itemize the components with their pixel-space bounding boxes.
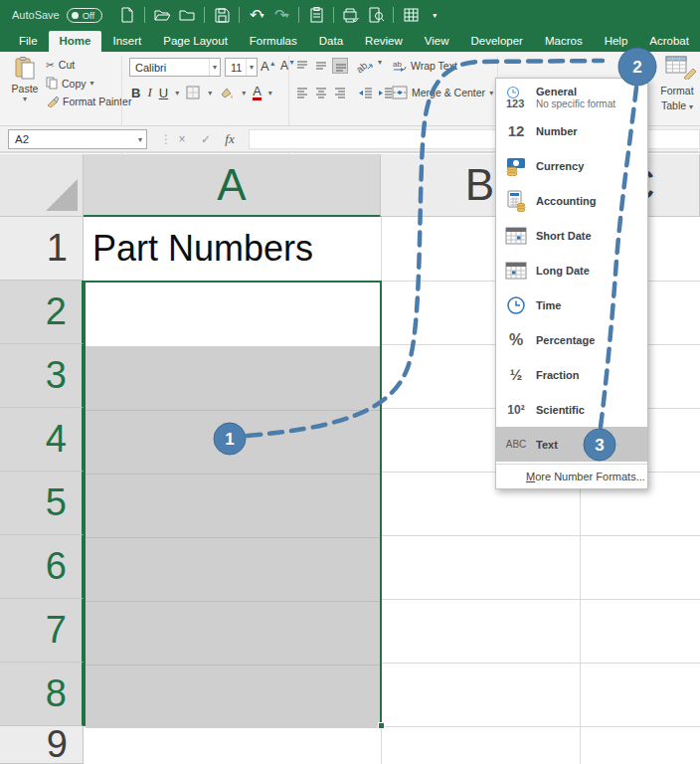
row-header-8[interactable]: 8 [0,663,84,726]
menu-item-short-date[interactable]: Short Date [496,218,647,253]
fill-color-caret-icon[interactable]: ▾ [242,89,246,97]
tab-acrobat[interactable]: Acrobat [638,31,700,52]
font-color-caret-icon[interactable]: ▾ [268,89,272,97]
autosave-state: Off [83,10,95,21]
merge-center-button[interactable]: Merge & Center ▾ [392,86,493,99]
cell-A2[interactable] [86,283,380,346]
time-clock-icon [496,295,536,315]
menu-item-scientific[interactable]: 10²Scientific [496,392,647,427]
row-header-2[interactable]: 2 [0,281,84,344]
row-header-4[interactable]: 4 [0,408,84,472]
tab-home[interactable]: Home [49,31,102,52]
row-header-6[interactable]: 6 [0,535,84,599]
top-align-button[interactable] [294,58,310,74]
row-header-3[interactable]: 3 [0,344,84,408]
paste-button[interactable]: Paste ▾ [8,57,42,126]
undo-icon[interactable]: ↶▾ [246,4,267,26]
tab-file[interactable]: File [8,31,49,52]
more-number-formats-item[interactable]: More Number Formats... [496,464,647,488]
format-painter-button[interactable]: Format Painter [46,95,131,107]
underline-caret-icon[interactable]: ▾ [175,89,179,97]
menu-item-text[interactable]: ABCText [496,427,647,462]
font-color-button[interactable]: A [253,86,262,100]
name-box[interactable]: A2 ▾ [8,129,147,149]
find-document-icon[interactable] [365,4,387,26]
align-right-button[interactable] [332,85,348,100]
menu-item-general[interactable]: 123GeneralNo specific format [496,82,647,113]
bottom-align-button[interactable] [332,58,348,74]
borders-caret-icon[interactable]: ▾ [208,89,212,97]
row-header-5[interactable]: 5 [0,472,84,535]
cancel-button[interactable]: × [171,132,193,146]
cell-A6[interactable] [86,537,380,601]
cell-A5[interactable] [86,474,380,537]
cell-A7[interactable] [86,601,380,665]
redo-icon[interactable]: ↷▾ [270,4,292,26]
borders-button[interactable] [186,86,201,100]
column-header-A[interactable]: A [84,154,381,217]
open-folder-icon[interactable] [151,4,173,26]
underline-button[interactable]: U [159,86,168,100]
tab-help[interactable]: Help [594,31,639,52]
tab-data[interactable]: Data [308,31,354,52]
cell-A3[interactable] [86,346,380,410]
italic-button[interactable]: I [147,85,151,100]
font-size-caret-icon[interactable]: ▾ [246,59,257,76]
menu-item-number[interactable]: 12Number [496,113,647,148]
menu-item-accounting[interactable]: Accounting [496,183,647,218]
increase-font-size-button[interactable]: A▲ [261,59,276,74]
row-header-9[interactable]: 9 [0,726,84,764]
decrease-indent-button[interactable] [357,85,374,100]
enter-button[interactable]: ✓ [195,132,217,146]
tab-formulas[interactable]: Formulas [239,31,308,52]
orientation-caret-icon[interactable]: ▾ [378,58,382,74]
font-name-combo[interactable]: Calibri ▾ [129,58,221,77]
font-size-combo[interactable]: 11 ▾ [225,58,258,77]
clipboard-icon[interactable] [305,4,327,26]
conditional-formatting-icon[interactable]: ≠ [630,55,654,77]
save-icon[interactable] [211,4,233,26]
tab-developer[interactable]: Developer [460,31,534,52]
new-file-icon[interactable] [116,4,138,26]
scientific-icon: 10² [496,403,536,417]
wrap-text-button[interactable]: ab Wrap Text [392,59,457,73]
tab-insert[interactable]: Insert [101,31,152,52]
row-header-1[interactable]: 1 [0,217,84,281]
merge-center-caret-icon[interactable]: ▾ [489,89,493,97]
cell-A4[interactable] [86,410,380,474]
cut-button[interactable]: ✂ Cut [46,59,75,71]
folder-icon[interactable] [176,4,198,26]
menu-item-percentage[interactable]: %Percentage [496,322,647,357]
select-all-corner[interactable] [0,154,84,217]
fill-handle[interactable] [378,722,385,729]
tab-macros[interactable]: Macros [534,31,594,52]
align-left-button[interactable] [294,85,310,100]
cut-icon: ✂ [46,59,55,71]
format-as-table-button[interactable]: Format Table ▾ [654,84,700,114]
menu-item-fraction[interactable]: ½Fraction [496,357,647,392]
bold-button[interactable]: B [131,86,140,100]
customize-qat-icon[interactable]: ▾ [425,4,446,26]
font-name-caret-icon[interactable]: ▾ [209,59,220,76]
cell-A1[interactable]: Part Numbers [85,217,381,281]
selection-range-A2-A8[interactable] [84,281,382,726]
menu-item-long-date[interactable]: Long Date [496,253,647,287]
fill-color-button[interactable] [219,86,235,100]
format-as-table-icon[interactable] [664,54,696,80]
name-box-caret-icon[interactable]: ▾ [138,135,146,144]
orientation-button[interactable]: ab [357,58,375,74]
copy-button[interactable]: Copy ▾ [46,77,94,90]
tab-view[interactable]: View [414,31,460,52]
middle-align-button[interactable] [313,58,329,74]
menu-item-time[interactable]: Time [496,287,647,322]
row-header-7[interactable]: 7 [0,599,84,663]
align-center-button[interactable] [313,85,329,100]
insert-function-button[interactable]: fx [219,131,241,147]
menu-item-currency[interactable]: Currency [496,148,647,183]
tab-review[interactable]: Review [354,31,414,52]
tab-page-layout[interactable]: Page Layout [152,31,239,52]
cell-A8[interactable] [86,665,380,728]
autosave-toggle[interactable]: Off [67,8,103,23]
print-preview-icon[interactable] [340,4,362,26]
grid-icon[interactable] [400,4,422,26]
